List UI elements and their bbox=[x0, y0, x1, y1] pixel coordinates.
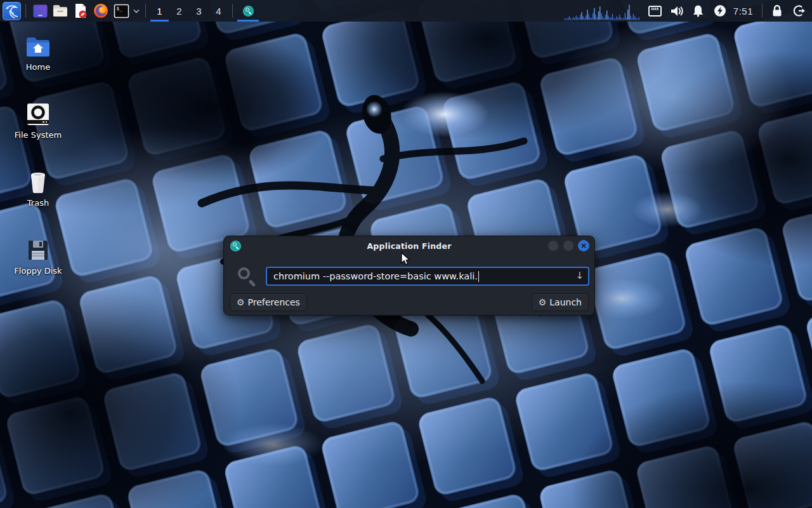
mouse-cursor bbox=[401, 252, 411, 266]
preferences-button[interactable]: ⚙ Preferences bbox=[230, 293, 307, 311]
hard-drive-icon bbox=[6, 102, 70, 126]
firefox-icon bbox=[93, 3, 109, 19]
file-manager-launcher[interactable] bbox=[50, 0, 70, 22]
power-bolt-icon bbox=[714, 4, 726, 17]
workspace-label: 4 bbox=[216, 6, 221, 17]
logout-button[interactable] bbox=[788, 0, 809, 22]
preferences-label: Preferences bbox=[248, 297, 300, 307]
notifications-tray-icon[interactable] bbox=[688, 0, 709, 22]
text-caret bbox=[478, 271, 479, 282]
dialog-title: Application Finder bbox=[224, 241, 594, 251]
text-editor-launcher[interactable] bbox=[70, 0, 91, 22]
close-button[interactable]: ✕ bbox=[578, 240, 589, 251]
launcher-dropdown-arrow[interactable] bbox=[131, 0, 141, 22]
workspace-label: 1 bbox=[157, 6, 162, 17]
entry-dropdown-icon[interactable]: ↓ bbox=[575, 270, 584, 281]
launch-icon: ⚙ bbox=[539, 298, 547, 307]
firefox-launcher[interactable] bbox=[91, 0, 111, 22]
applications-menu-button[interactable] bbox=[1, 0, 22, 22]
home-folder-icon bbox=[6, 36, 70, 58]
desktop-icon-file-system[interactable]: File System bbox=[6, 102, 70, 140]
application-finder-icon bbox=[243, 6, 254, 17]
desktop-icon-floppy-disk[interactable]: Floppy Disk bbox=[6, 238, 70, 276]
cpu-graph[interactable] bbox=[565, 0, 645, 22]
show-desktop-launcher[interactable] bbox=[30, 0, 50, 22]
kali-logo-icon bbox=[3, 2, 21, 20]
application-finder-icon bbox=[230, 241, 241, 251]
desktop-icon-trash[interactable]: Trash bbox=[6, 170, 70, 208]
volume-tray-icon[interactable] bbox=[666, 0, 688, 22]
workspace-3-button[interactable]: 3 bbox=[189, 0, 209, 22]
power-manager-tray-icon[interactable] bbox=[709, 0, 731, 22]
ethernet-icon bbox=[648, 6, 662, 17]
chevron-down-icon bbox=[133, 9, 140, 13]
application-finder-window: Application Finder ✕ chromium --password… bbox=[223, 236, 595, 316]
panel-separator bbox=[25, 4, 26, 18]
svg-text:$_: $_ bbox=[116, 5, 122, 11]
workspace-4-button[interactable]: 4 bbox=[209, 0, 228, 22]
workspace-label: 3 bbox=[196, 6, 201, 17]
desktop-icon bbox=[32, 3, 48, 19]
panel-clock[interactable]: 7:51 bbox=[731, 0, 758, 22]
command-input-value: chromium --password-store=basic www.kali… bbox=[273, 271, 478, 281]
launch-label: Launch bbox=[549, 297, 582, 307]
panel-separator bbox=[145, 4, 146, 18]
top-panel: $_ 1 2 3 4 bbox=[0, 0, 812, 22]
panel-separator bbox=[232, 4, 233, 18]
gear-icon: ⚙ bbox=[237, 298, 245, 307]
folder-icon bbox=[52, 3, 69, 19]
desktop-icon-label: File System bbox=[6, 130, 70, 140]
lock-icon bbox=[771, 4, 783, 17]
terminal-launcher[interactable]: $_ bbox=[111, 0, 131, 22]
panel-separator bbox=[762, 4, 763, 18]
logout-icon bbox=[792, 4, 806, 17]
desktop-icon-label: Floppy Disk bbox=[6, 266, 70, 276]
workspace-1-button[interactable]: 1 bbox=[150, 0, 169, 22]
screen-lock-button[interactable] bbox=[766, 0, 788, 22]
desktop-icon-label: Trash bbox=[6, 198, 70, 208]
minimize-button[interactable] bbox=[547, 240, 559, 251]
maximize-button[interactable] bbox=[563, 240, 574, 251]
bell-icon bbox=[692, 4, 704, 17]
search-icon bbox=[237, 266, 258, 288]
taskbar-application-finder[interactable] bbox=[237, 0, 259, 22]
speaker-icon bbox=[670, 5, 684, 17]
desktop-icon-home[interactable]: Home bbox=[6, 36, 70, 72]
desktop-icon-label: Home bbox=[6, 62, 70, 72]
trash-bin-icon bbox=[6, 170, 70, 194]
workspace-2-button[interactable]: 2 bbox=[169, 0, 189, 22]
command-input[interactable]: chromium --password-store=basic www.kali… bbox=[266, 267, 589, 286]
terminal-icon: $_ bbox=[114, 3, 129, 19]
network-tray-icon[interactable] bbox=[645, 0, 666, 22]
floppy-disk-icon bbox=[6, 238, 70, 262]
launch-button[interactable]: ⚙ Launch bbox=[532, 293, 589, 311]
workspace-label: 2 bbox=[176, 6, 181, 17]
dialog-button-row: ⚙ Preferences ⚙ Launch bbox=[224, 293, 594, 311]
text-editor-icon bbox=[72, 3, 89, 19]
